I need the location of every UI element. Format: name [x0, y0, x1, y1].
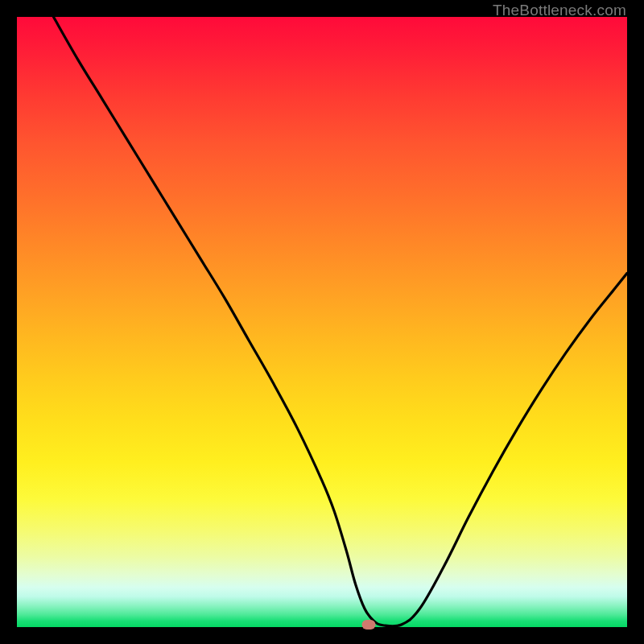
chart-stage: TheBottleneck.com	[0, 0, 644, 644]
bottleneck-curve	[53, 17, 627, 626]
optimum-marker	[362, 620, 376, 630]
plot-area	[17, 17, 627, 627]
curve-svg	[17, 17, 627, 627]
